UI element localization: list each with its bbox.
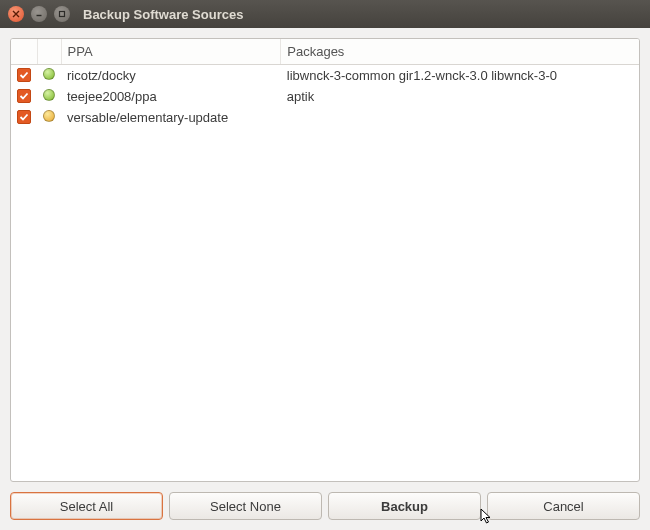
checkbox[interactable] <box>17 89 31 103</box>
column-header-packages[interactable]: Packages <box>281 39 639 65</box>
status-warning-icon <box>43 110 55 122</box>
status-active-icon <box>43 68 55 80</box>
packages-cell: libwnck-3-common gir1.2-wnck-3.0 libwnck… <box>281 65 639 87</box>
svg-rect-0 <box>60 12 65 17</box>
table-row[interactable]: ricotz/dockylibwnck-3-common gir1.2-wnck… <box>11 65 639 87</box>
titlebar: Backup Software Sources <box>0 0 650 28</box>
ppa-name: teejee2008/ppa <box>61 86 281 107</box>
close-icon[interactable] <box>8 6 24 22</box>
select-all-button[interactable]: Select All <box>10 492 163 520</box>
ppa-name: versable/elementary-update <box>61 107 281 128</box>
minimize-icon[interactable] <box>31 6 47 22</box>
checkbox[interactable] <box>17 68 31 82</box>
window-title: Backup Software Sources <box>83 7 243 22</box>
column-header-status[interactable] <box>37 39 61 65</box>
table-row[interactable]: teejee2008/ppaaptik <box>11 86 639 107</box>
content-area: PPA Packages ricotz/dockylibwnck-3-commo… <box>0 28 650 530</box>
checkbox[interactable] <box>17 110 31 124</box>
table-row[interactable]: versable/elementary-update <box>11 107 639 128</box>
packages-cell: aptik <box>281 86 639 107</box>
select-none-button[interactable]: Select None <box>169 492 322 520</box>
column-header-check[interactable] <box>11 39 37 65</box>
ppa-list: PPA Packages ricotz/dockylibwnck-3-commo… <box>10 38 640 482</box>
ppa-name: ricotz/docky <box>61 65 281 87</box>
backup-button[interactable]: Backup <box>328 492 481 520</box>
button-bar: Select All Select None Backup Cancel <box>10 482 640 520</box>
packages-cell <box>281 107 639 128</box>
cancel-button[interactable]: Cancel <box>487 492 640 520</box>
column-header-ppa[interactable]: PPA <box>61 39 281 65</box>
status-active-icon <box>43 89 55 101</box>
maximize-icon[interactable] <box>54 6 70 22</box>
